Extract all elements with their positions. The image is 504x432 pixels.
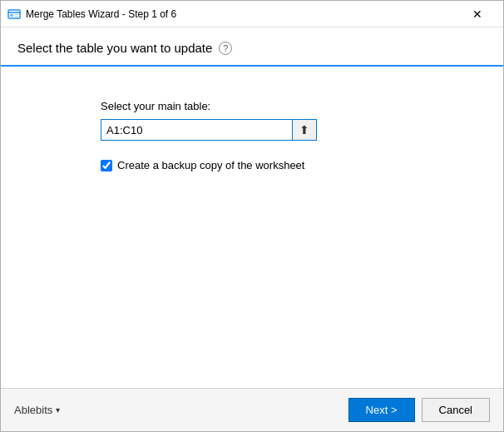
footer-buttons: Next > Cancel — [348, 398, 490, 422]
header-title: Select the table you want to update ? — [17, 41, 487, 55]
header-title-text: Select the table you want to update — [17, 41, 212, 55]
next-button[interactable]: Next > — [348, 398, 415, 422]
title-bar: Merge Tables Wizard - Step 1 of 6 ✕ — [1, 1, 503, 27]
form-group: Select your main table: ⬆ Create a backu… — [101, 100, 317, 171]
range-select-icon: ⬆ — [299, 123, 309, 137]
svg-rect-4 — [15, 16, 17, 17]
brand-arrow-icon: ▾ — [56, 405, 60, 415]
main-content: Select your main table: ⬆ Create a backu… — [1, 67, 503, 388]
brand-button[interactable]: Ablebits ▾ — [14, 404, 60, 416]
close-icon: ✕ — [472, 8, 482, 20]
cancel-button[interactable]: Cancel — [422, 398, 490, 422]
window-icon — [7, 7, 21, 21]
header-section: Select the table you want to update ? — [1, 27, 503, 67]
svg-rect-2 — [10, 14, 13, 17]
range-select-button[interactable]: ⬆ — [292, 119, 317, 141]
form-label: Select your main table: — [101, 100, 317, 112]
help-icon[interactable]: ? — [219, 42, 232, 55]
footer: Ablebits ▾ Next > Cancel — [1, 388, 503, 431]
close-button[interactable]: ✕ — [458, 1, 497, 27]
brand-label: Ablebits — [14, 404, 52, 416]
content-area: Select the table you want to update ? Se… — [1, 27, 503, 388]
backup-checkbox[interactable] — [101, 160, 112, 171]
input-row: ⬆ — [101, 119, 317, 141]
window-title: Merge Tables Wizard - Step 1 of 6 — [26, 8, 458, 20]
wizard-window: Merge Tables Wizard - Step 1 of 6 ✕ Sele… — [0, 0, 504, 432]
range-input[interactable] — [101, 119, 292, 141]
backup-label[interactable]: Create a backup copy of the worksheet — [117, 159, 304, 171]
svg-rect-3 — [15, 14, 18, 15]
checkbox-row: Create a backup copy of the worksheet — [101, 159, 317, 171]
